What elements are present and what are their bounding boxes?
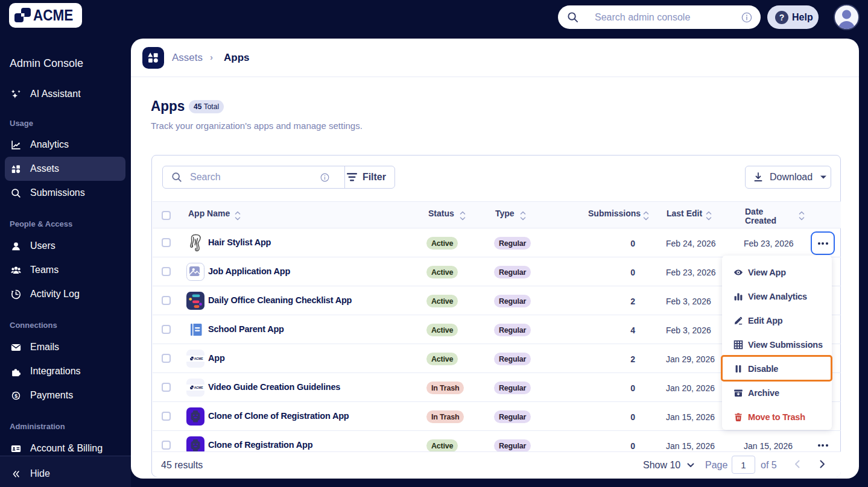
svg-text:$: $ [14, 393, 18, 399]
svg-text:ACME: ACME [194, 386, 203, 389]
svg-text:ACME: ACME [194, 357, 203, 360]
